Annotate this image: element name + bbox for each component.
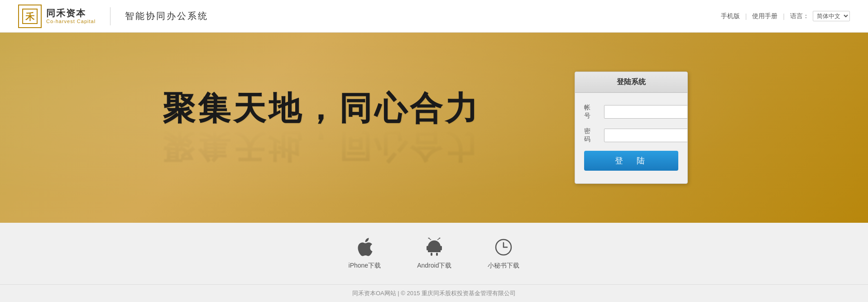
login-title: 登陆系统 <box>575 72 687 93</box>
android-label: Android下载 <box>417 262 451 270</box>
mobile-version-link[interactable]: 手机版 <box>721 12 740 20</box>
logo: 禾 同禾资本 Co-harvest Capital <box>18 5 96 28</box>
language-select[interactable]: 简体中文 English <box>813 11 850 21</box>
login-panel: 登陆系统 帐 号 密 码 登 陆 <box>575 72 688 184</box>
booklet-label: 小秘书下载 <box>488 262 519 270</box>
download-section: iPhone下载 <box>0 223 868 284</box>
svg-rect-4 <box>427 246 428 250</box>
android-download[interactable]: Android下载 <box>417 236 451 270</box>
password-input[interactable] <box>604 129 688 142</box>
user-manual-link[interactable]: 使用手册 <box>752 12 777 20</box>
iphone-download[interactable]: iPhone下载 <box>349 236 381 270</box>
username-label: 帐 号 <box>584 104 600 120</box>
hero-section: 聚集天地，同心合力 聚集天地，同心合力 登陆系统 帐 号 密 码 登 陆 <box>0 33 868 223</box>
username-field: 帐 号 <box>584 104 678 120</box>
hero-slogan: 聚集天地，同心合力 <box>163 91 538 127</box>
android-icon <box>423 236 445 258</box>
booklet-icon <box>493 236 514 258</box>
iphone-label: iPhone下载 <box>349 262 381 270</box>
header-nav: 手机版 | 使用手册 | 语言： 简体中文 English <box>721 11 850 21</box>
logo-en: Co-harvest Capital <box>46 19 96 24</box>
hero-text: 聚集天地，同心合力 聚集天地，同心合力 <box>163 91 538 164</box>
header-divider <box>110 7 110 25</box>
lang-label: 语言： <box>790 12 809 20</box>
password-field: 密 码 <box>584 127 678 144</box>
hero-content: 聚集天地，同心合力 聚集天地，同心合力 登陆系统 帐 号 密 码 登 陆 <box>163 72 706 184</box>
footer-text: 同禾资本OA网站 | © 2015 重庆同禾股权投资基金管理有限公司 <box>0 289 868 297</box>
logo-text: 同禾资本 Co-harvest Capital <box>46 8 96 24</box>
svg-text:禾: 禾 <box>25 12 35 22</box>
apple-icon <box>354 236 375 258</box>
header-left: 禾 同禾资本 Co-harvest Capital 智能协同办公系统 <box>18 5 208 28</box>
password-label: 密 码 <box>584 127 600 144</box>
login-button[interactable]: 登 陆 <box>584 151 678 171</box>
svg-rect-5 <box>440 246 442 250</box>
footer: 同禾资本OA网站 | © 2015 重庆同禾股权投资基金管理有限公司 <box>0 284 868 302</box>
svg-rect-6 <box>431 253 432 256</box>
logo-icon: 禾 <box>18 5 42 28</box>
header: 禾 同禾资本 Co-harvest Capital 智能协同办公系统 手机版 |… <box>0 0 868 33</box>
svg-rect-7 <box>436 253 438 256</box>
username-input[interactable] <box>604 105 688 119</box>
booklet-download[interactable]: 小秘书下载 <box>488 236 519 270</box>
header-subtitle: 智能协同办公系统 <box>125 10 208 22</box>
logo-cn: 同禾资本 <box>46 8 96 19</box>
download-icons: iPhone下载 <box>349 236 520 270</box>
login-body: 帐 号 密 码 登 陆 <box>575 93 687 183</box>
hero-slogan-reflection: 聚集天地，同心合力 <box>163 129 538 164</box>
